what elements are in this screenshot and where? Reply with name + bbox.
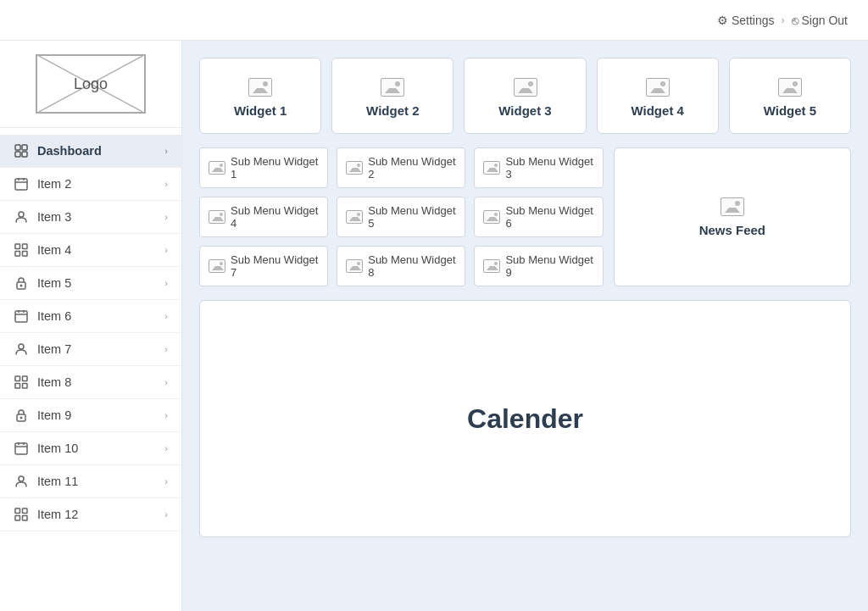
widget-label-w5: Widget 5 — [764, 103, 816, 118]
chevron-icon-item6: › — [164, 311, 168, 321]
svg-point-27 — [20, 417, 23, 419]
person-icon — [14, 209, 29, 225]
sub-widget-card-sw9[interactable]: Sub Menu Widget 9 — [474, 246, 603, 286]
sub-widget-image-icon-sw3 — [483, 161, 500, 175]
calendar-icon — [14, 176, 29, 192]
sub-widget-card-sw1[interactable]: Sub Menu Widget 1 — [199, 147, 328, 188]
svg-rect-34 — [23, 508, 28, 514]
chevron-icon-item5: › — [164, 278, 168, 288]
main-layout: Logo Dashboard›Item 2›Item 3›Item 4›Item… — [0, 41, 868, 611]
chevron-icon-item8: › — [164, 377, 168, 387]
logo-text: Logo — [74, 75, 108, 93]
widget-label-w2: Widget 2 — [366, 103, 419, 118]
sidebar-label-item6: Item 6 — [37, 309, 164, 323]
sidebar-item-item5[interactable]: Item 5› — [0, 267, 181, 300]
sidebar-item-dashboard[interactable]: Dashboard› — [0, 135, 181, 168]
svg-rect-11 — [15, 244, 20, 249]
sidebar-item-item9[interactable]: Item 9› — [0, 399, 181, 432]
settings-label: Settings — [732, 14, 775, 27]
widget-card-w4[interactable]: Widget 4 — [597, 58, 719, 134]
sub-widget-label-sw1: Sub Menu Widget 1 — [231, 155, 319, 181]
sub-widget-label-sw3: Sub Menu Widget 3 — [505, 155, 593, 181]
sidebar-label-item7: Item 7 — [37, 342, 164, 356]
sidebar-label-item5: Item 5 — [37, 276, 164, 290]
news-feed-label: News Feed — [699, 223, 765, 237]
chevron-icon-item9: › — [164, 410, 168, 420]
widget-label-w3: Widget 3 — [498, 103, 551, 118]
sub-widget-card-sw8[interactable]: Sub Menu Widget 8 — [337, 246, 465, 286]
svg-rect-33 — [15, 508, 20, 514]
chevron-icon-dashboard: › — [164, 146, 168, 156]
widget-card-w2[interactable]: Widget 2 — [331, 58, 453, 134]
chevron-icon-item12: › — [164, 509, 168, 519]
svg-rect-22 — [15, 376, 20, 381]
sub-widget-image-icon-sw1 — [209, 161, 225, 175]
sub-widget-label-sw8: Sub Menu Widget 8 — [368, 253, 456, 279]
sub-widget-image-icon-sw9 — [483, 259, 500, 273]
sub-widget-card-sw6[interactable]: Sub Menu Widget 6 — [474, 197, 603, 237]
svg-rect-2 — [15, 145, 20, 150]
widget-card-w3[interactable]: Widget 3 — [464, 58, 586, 134]
logo-box: Logo — [36, 54, 146, 114]
sidebar-item-item11[interactable]: Item 11› — [0, 465, 181, 498]
chevron-icon-item10: › — [164, 443, 168, 453]
sidebar-label-item12: Item 12 — [37, 508, 164, 521]
dashboard-icon — [14, 143, 29, 158]
sidebar-item-item7[interactable]: Item 7› — [0, 333, 181, 366]
sub-widget-label-sw7: Sub Menu Widget 7 — [231, 253, 319, 279]
sub-widget-card-sw3[interactable]: Sub Menu Widget 3 — [474, 147, 603, 188]
gear-icon: ⚙ — [717, 14, 728, 27]
sidebar-item-item4[interactable]: Item 4› — [0, 234, 181, 267]
sidebar-label-dashboard: Dashboard — [37, 144, 164, 158]
topbar-separator: › — [782, 14, 785, 26]
person-icon — [14, 474, 29, 489]
widgets-top-row: Widget 1Widget 2Widget 3Widget 4Widget 5 — [199, 58, 851, 134]
svg-rect-12 — [23, 244, 28, 249]
calendar-card[interactable]: Calender — [199, 300, 851, 537]
widget-image-icon-w5 — [778, 78, 802, 97]
sidebar-label-item10: Item 10 — [37, 442, 164, 455]
widget-label-w4: Widget 4 — [632, 103, 684, 118]
svg-rect-25 — [23, 384, 28, 389]
svg-rect-23 — [23, 376, 28, 381]
sidebar-item-item12[interactable]: Item 12› — [0, 498, 181, 531]
svg-rect-28 — [15, 443, 27, 454]
sub-widget-image-icon-sw7 — [209, 259, 225, 273]
svg-point-21 — [19, 344, 24, 349]
news-feed-card[interactable]: News Feed — [614, 147, 851, 286]
sidebar-item-item6[interactable]: Item 6› — [0, 300, 181, 333]
signout-icon: ⎋ — [792, 14, 798, 27]
sub-widget-image-icon-sw6 — [483, 210, 500, 224]
sidebar-item-item3[interactable]: Item 3› — [0, 201, 181, 234]
middle-section: Sub Menu Widget 1Sub Menu Widget 2Sub Me… — [199, 147, 851, 286]
sub-widget-label-sw6: Sub Menu Widget 6 — [505, 204, 593, 230]
widget-card-w1[interactable]: Widget 1 — [199, 58, 321, 134]
grid-icon — [14, 242, 29, 258]
chevron-icon-item7: › — [164, 344, 168, 354]
svg-rect-6 — [15, 179, 27, 190]
sub-widget-card-sw2[interactable]: Sub Menu Widget 2 — [337, 147, 465, 188]
svg-rect-13 — [15, 252, 20, 257]
sub-widget-image-icon-sw2 — [346, 161, 363, 175]
settings-link[interactable]: ⚙ Settings — [717, 14, 775, 27]
lock-icon — [14, 408, 29, 423]
sub-widgets-grid: Sub Menu Widget 1Sub Menu Widget 2Sub Me… — [199, 147, 604, 286]
signout-link[interactable]: ⎋ Sign Out — [792, 14, 848, 27]
sidebar-label-item8: Item 8 — [37, 375, 164, 389]
svg-point-32 — [19, 476, 24, 481]
person-icon — [14, 342, 29, 357]
sidebar-item-item2[interactable]: Item 2› — [0, 168, 181, 201]
sub-widget-label-sw9: Sub Menu Widget 9 — [505, 253, 593, 279]
topbar: ⚙ Settings › ⎋ Sign Out — [0, 0, 868, 41]
sidebar-label-item4: Item 4 — [37, 243, 164, 257]
sidebar-item-item10[interactable]: Item 10› — [0, 432, 181, 465]
sub-widget-card-sw7[interactable]: Sub Menu Widget 7 — [199, 246, 328, 286]
widget-card-w5[interactable]: Widget 5 — [729, 58, 851, 134]
sub-widget-label-sw4: Sub Menu Widget 4 — [231, 204, 319, 230]
widget-image-icon-w1 — [248, 78, 272, 97]
sub-widget-label-sw5: Sub Menu Widget 5 — [368, 204, 456, 230]
sub-widget-card-sw4[interactable]: Sub Menu Widget 4 — [199, 197, 328, 237]
sidebar-item-item8[interactable]: Item 8› — [0, 366, 181, 399]
sub-widget-card-sw5[interactable]: Sub Menu Widget 5 — [337, 197, 465, 237]
svg-rect-14 — [23, 252, 28, 257]
